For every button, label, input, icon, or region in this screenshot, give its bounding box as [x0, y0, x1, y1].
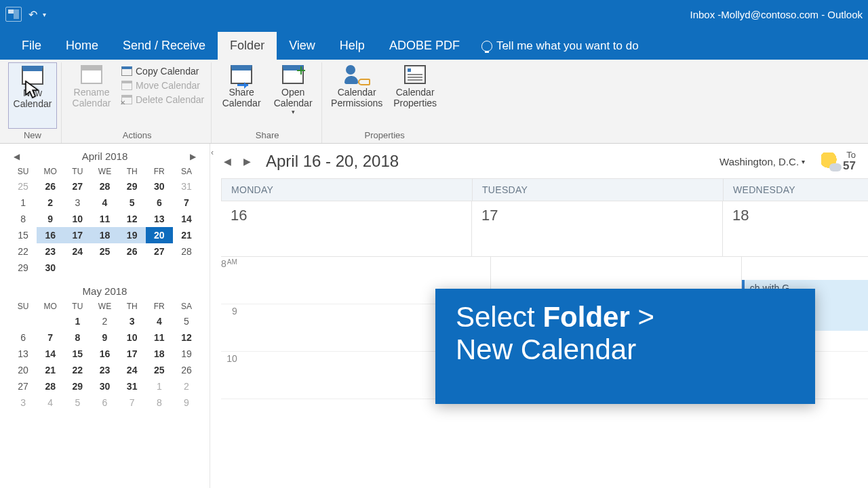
prev-month-icon[interactable]: ◀ [14, 152, 20, 161]
mini-day[interactable]: 14 [37, 346, 64, 362]
mini-day[interactable]: 25 [146, 362, 173, 378]
mini-day[interactable]: 6 [9, 329, 37, 346]
mini-day[interactable]: 21 [37, 362, 64, 378]
tab-file[interactable]: File [9, 32, 54, 60]
allday-cell-18[interactable]: 18 [723, 201, 868, 256]
mini-day[interactable]: 24 [64, 243, 91, 260]
next-month-icon[interactable]: ▶ [190, 152, 196, 161]
mini-day[interactable]: 27 [64, 178, 91, 195]
mini-day[interactable]: 3 [64, 195, 91, 211]
tab-home[interactable]: Home [54, 32, 111, 60]
mini-day[interactable]: 17 [119, 346, 146, 362]
allday-cell-16[interactable]: 16 [221, 201, 472, 256]
mini-day[interactable] [37, 313, 64, 329]
tab-adobe-pdf[interactable]: ADOBE PDF [377, 32, 472, 60]
mini-day[interactable]: 8 [64, 329, 91, 346]
mini-calendar-april[interactable]: ◀ April 2018 ▶ SUMOTUWETHFRSA25262728293… [9, 148, 200, 276]
mini-day[interactable]: 19 [119, 227, 146, 243]
mini-day[interactable]: 22 [9, 243, 37, 260]
mini-day[interactable]: 6 [146, 195, 173, 211]
mini-day[interactable]: 25 [91, 243, 118, 260]
tab-help[interactable]: Help [328, 32, 377, 60]
mini-calendar-may[interactable]: May 2018 SUMOTUWETHFRSA12345678910111213… [9, 283, 200, 411]
allday-cell-17[interactable]: 17 [472, 201, 723, 256]
mini-day[interactable]: 8 [146, 394, 173, 411]
mini-day[interactable]: 23 [37, 243, 64, 260]
qat-customize-icon[interactable]: ▾ [43, 11, 46, 18]
mini-day[interactable]: 25 [9, 178, 37, 195]
mini-day[interactable]: 31 [173, 178, 200, 195]
mini-day[interactable]: 26 [173, 362, 200, 378]
mini-day[interactable]: 26 [37, 178, 64, 195]
mini-day[interactable]: 27 [146, 243, 173, 260]
mini-day[interactable]: 16 [91, 346, 118, 362]
mini-day[interactable]: 14 [173, 211, 200, 227]
mini-day[interactable] [64, 260, 91, 276]
mini-day[interactable]: 2 [37, 195, 64, 211]
mini-day[interactable] [91, 260, 118, 276]
calendar-permissions-button[interactable]: Calendar Permissions [328, 62, 386, 129]
mini-day[interactable]: 3 [9, 394, 37, 411]
mini-day[interactable]: 27 [9, 378, 37, 394]
mini-day[interactable]: 11 [91, 211, 118, 227]
next-week-icon[interactable]: ▶ [242, 156, 252, 167]
mini-day[interactable] [119, 260, 146, 276]
mini-day[interactable]: 20 [146, 227, 173, 243]
mini-day[interactable]: 29 [64, 378, 91, 394]
mini-day[interactable]: 7 [119, 394, 146, 411]
mini-day[interactable]: 8 [9, 211, 37, 227]
mini-day[interactable]: 1 [64, 313, 91, 329]
mini-day[interactable]: 20 [9, 362, 37, 378]
mini-day[interactable]: 19 [173, 346, 200, 362]
tab-send-receive[interactable]: Send / Receive [111, 32, 218, 60]
mini-day[interactable]: 6 [91, 394, 118, 411]
mini-day[interactable]: 1 [146, 378, 173, 394]
mini-day[interactable]: 17 [64, 227, 91, 243]
weather-widget[interactable]: To57 [821, 150, 856, 173]
copy-calendar-button[interactable]: Copy Calendar [119, 65, 207, 77]
mini-day[interactable]: 22 [64, 362, 91, 378]
mini-day[interactable]: 29 [119, 178, 146, 195]
mini-day[interactable]: 18 [146, 346, 173, 362]
share-calendar-button[interactable]: Share Calendar [217, 62, 266, 129]
mini-day[interactable]: 7 [173, 195, 200, 211]
mini-day[interactable]: 9 [173, 394, 200, 411]
mini-day[interactable]: 24 [119, 362, 146, 378]
mini-day[interactable]: 5 [64, 394, 91, 411]
mini-day[interactable]: 29 [9, 260, 37, 276]
mini-day[interactable]: 15 [9, 227, 37, 243]
mini-day[interactable]: 9 [37, 211, 64, 227]
mini-day[interactable]: 21 [173, 227, 200, 243]
undo-icon[interactable]: ↶ [28, 8, 37, 21]
mini-day[interactable]: 30 [146, 178, 173, 195]
mini-day[interactable]: 28 [91, 178, 118, 195]
mini-day[interactable]: 12 [173, 329, 200, 346]
mini-day[interactable]: 30 [91, 378, 118, 394]
tell-me-search[interactable]: Tell me what you want to do [472, 33, 648, 60]
mini-day[interactable]: 5 [173, 313, 200, 329]
mini-day[interactable] [146, 260, 173, 276]
tab-view[interactable]: View [277, 32, 328, 60]
calendar-properties-button[interactable]: Calendar Properties [389, 62, 441, 129]
mini-day[interactable] [9, 313, 37, 329]
weather-location[interactable]: Washington, D.C. ▾ [719, 156, 805, 167]
mini-day[interactable]: 4 [146, 313, 173, 329]
new-calendar-button[interactable]: New Calendar [8, 62, 57, 129]
mini-day[interactable]: 26 [119, 243, 146, 260]
mini-day[interactable]: 4 [91, 195, 118, 211]
mini-day[interactable]: 11 [146, 329, 173, 346]
mini-day[interactable] [173, 260, 200, 276]
mini-day[interactable]: 28 [173, 243, 200, 260]
mini-day[interactable]: 28 [37, 378, 64, 394]
mini-day[interactable]: 2 [173, 378, 200, 394]
mini-day[interactable]: 12 [119, 211, 146, 227]
mini-day[interactable]: 13 [9, 346, 37, 362]
mini-day[interactable]: 16 [37, 227, 64, 243]
mini-day[interactable]: 3 [119, 313, 146, 329]
mini-day[interactable]: 10 [119, 329, 146, 346]
mini-day[interactable]: 30 [37, 260, 64, 276]
mini-day[interactable]: 5 [119, 195, 146, 211]
mini-day[interactable]: 10 [64, 211, 91, 227]
mini-day[interactable]: 1 [9, 195, 37, 211]
tab-folder[interactable]: Folder [218, 32, 277, 60]
